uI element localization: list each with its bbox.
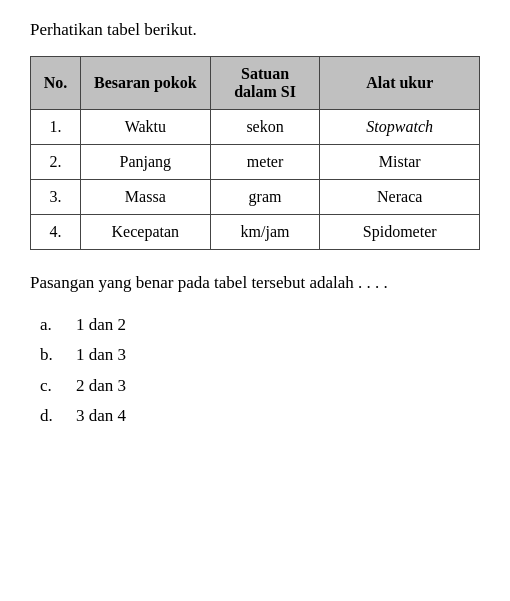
header-alat: Alat ukur [320, 57, 480, 110]
option-text: 1 dan 3 [76, 340, 126, 371]
cell-besaran: Massa [80, 180, 210, 215]
option-label: d. [40, 401, 60, 432]
cell-besaran: Panjang [80, 145, 210, 180]
cell-alat: Spidometer [320, 215, 480, 250]
intro-text: Perhatikan tabel berikut. [30, 20, 480, 40]
option-text: 3 dan 4 [76, 401, 126, 432]
cell-no: 4. [31, 215, 81, 250]
header-no: No. [31, 57, 81, 110]
header-satuan: Satuan dalam SI [210, 57, 320, 110]
cell-satuan: gram [210, 180, 320, 215]
option-item: d.3 dan 4 [40, 401, 480, 432]
table-row: 4.Kecepatankm/jamSpidometer [31, 215, 480, 250]
cell-no: 1. [31, 110, 81, 145]
cell-besaran: Kecepatan [80, 215, 210, 250]
option-label: c. [40, 371, 60, 402]
cell-alat: Mistar [320, 145, 480, 180]
option-label: a. [40, 310, 60, 341]
option-item: b.1 dan 3 [40, 340, 480, 371]
cell-satuan: km/jam [210, 215, 320, 250]
cell-satuan: meter [210, 145, 320, 180]
cell-satuan: sekon [210, 110, 320, 145]
option-text: 2 dan 3 [76, 371, 126, 402]
option-item: c.2 dan 3 [40, 371, 480, 402]
data-table: No. Besaran pokok Satuan dalam SI Alat u… [30, 56, 480, 250]
table-row: 1.WaktusekonStopwatch [31, 110, 480, 145]
cell-alat: Neraca [320, 180, 480, 215]
options-list: a.1 dan 2b.1 dan 3c.2 dan 3d.3 dan 4 [30, 310, 480, 432]
option-text: 1 dan 2 [76, 310, 126, 341]
table-row: 2.PanjangmeterMistar [31, 145, 480, 180]
cell-besaran: Waktu [80, 110, 210, 145]
header-besaran: Besaran pokok [80, 57, 210, 110]
option-item: a.1 dan 2 [40, 310, 480, 341]
question-text: Pasangan yang benar pada tabel tersebut … [30, 270, 480, 296]
table-row: 3.MassagramNeraca [31, 180, 480, 215]
cell-no: 2. [31, 145, 81, 180]
cell-no: 3. [31, 180, 81, 215]
option-label: b. [40, 340, 60, 371]
cell-alat: Stopwatch [320, 110, 480, 145]
